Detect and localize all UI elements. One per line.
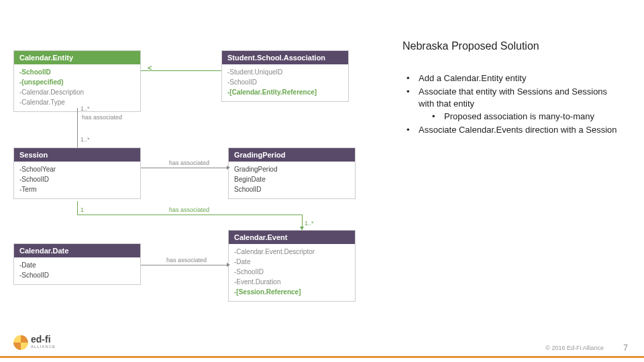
field: -SchoolID (227, 77, 343, 87)
list-item: Associate Calendar.Events direction with… (402, 124, 624, 136)
footer-rule (0, 356, 644, 358)
field: -Date (234, 257, 350, 267)
field: -Date (19, 260, 135, 270)
er-diagram: Calendar.Entity -SchoolID -(unspecified)… (13, 50, 389, 318)
crowfoot-icon: < (148, 64, 152, 72)
label-has-associated: has associated (169, 160, 209, 166)
list-item: Add a Calendar.Entity entity (402, 72, 624, 84)
entity-grading-period: GradingPeriod GradingPeriod BeginDate Sc… (228, 147, 356, 199)
label-has-associated: has associated (82, 114, 122, 121)
sub-list: Proposed association is many-to-many (428, 111, 624, 123)
connector (77, 215, 302, 215)
entity-fields: -SchoolYear -SchoolID -Term (14, 162, 140, 198)
field: -SchoolID (234, 267, 350, 277)
entity-fields: -Student.UniqueID -SchoolID -[Calendar.E… (222, 64, 348, 101)
entity-calendar-entity: Calendar.Entity -SchoolID -(unspecified)… (13, 50, 141, 112)
logo-sun-icon (13, 335, 28, 350)
logo: ed-fi ALLIANCE (13, 333, 67, 353)
field: -[Calendar.Entity.Reference] (227, 87, 343, 97)
field: -SchoolID (19, 67, 135, 77)
field: -SchoolYear (19, 164, 135, 174)
label-multiplicity: 1..* (80, 136, 90, 143)
entity-calendar-date: Calendar.Date -Date -SchoolID (13, 243, 141, 285)
field: -Event.Duration (234, 277, 350, 287)
label-multiplicity: 1 (80, 206, 84, 213)
slide: Calendar.Entity -SchoolID -(unspecified)… (0, 0, 644, 362)
arrow-icon (227, 263, 230, 267)
field: -SchoolID (19, 270, 135, 280)
connector (141, 168, 228, 168)
entity-fields: -SchoolID -(unspecified) -Calendar.Descr… (14, 64, 140, 111)
field: -[Session.Reference] (234, 287, 350, 297)
connector (141, 70, 221, 71)
entity-header: GradingPeriod (229, 148, 355, 162)
field: GradingPeriod (234, 164, 350, 174)
entity-header: Calendar.Entity (14, 51, 140, 64)
text-panel: Nebraska Proposed Solution Add a Calenda… (402, 40, 624, 137)
connector (141, 265, 228, 265)
entity-fields: -Date -SchoolID (14, 257, 140, 284)
label-has-associated: has associated (166, 257, 207, 263)
connector (77, 201, 78, 215)
list-item: Associate that entity with Sessions and … (402, 86, 624, 123)
label-multiplicity: 1..* (305, 220, 314, 227)
entity-calendar-event: Calendar.Event -Calendar.Event.Descripto… (228, 230, 356, 302)
list-item: Proposed association is many-to-many (428, 111, 624, 123)
logo-text: ed-fi (31, 334, 51, 345)
field: BeginDate (234, 174, 350, 184)
connector (77, 108, 78, 147)
list-item-text: Associate that entity with Sessions and … (419, 86, 607, 109)
field: -Calendar.Description (19, 87, 135, 97)
field: -(unspecified) (19, 77, 135, 87)
field: -Calendar.Type (19, 97, 135, 107)
entity-header: Calendar.Event (229, 231, 355, 244)
entity-fields: GradingPeriod BeginDate SchoolID (229, 162, 355, 198)
label-multiplicity: 1..* (80, 105, 90, 112)
entity-header: Session (14, 148, 140, 162)
field: -Term (19, 184, 135, 194)
bullet-list: Add a Calendar.Entity entity Associate t… (402, 72, 624, 136)
field: SchoolID (234, 184, 350, 194)
slide-heading: Nebraska Proposed Solution (402, 40, 624, 52)
entity-header: Calendar.Date (14, 244, 140, 257)
arrow-icon (227, 166, 230, 170)
page-number: 7 (623, 343, 628, 353)
field: -Student.UniqueID (227, 67, 343, 77)
field: -Calendar.Event.Descriptor (234, 247, 350, 257)
entity-student-school-association: Student.School.Association -Student.Uniq… (221, 50, 349, 102)
entity-fields: -Calendar.Event.Descriptor -Date -School… (229, 244, 355, 301)
copyright: © 2016 Ed-Fi Alliance (545, 345, 604, 351)
field: -SchoolID (19, 174, 135, 184)
label-has-associated: has associated (169, 206, 209, 213)
footer: ed-fi ALLIANCE © 2016 Ed-Fi Alliance 7 (0, 328, 644, 362)
arrow-icon (300, 227, 304, 230)
logo-subtext: ALLIANCE (31, 345, 56, 349)
entity-header: Student.School.Association (222, 51, 348, 64)
entity-session: Session -SchoolYear -SchoolID -Term (13, 147, 141, 199)
